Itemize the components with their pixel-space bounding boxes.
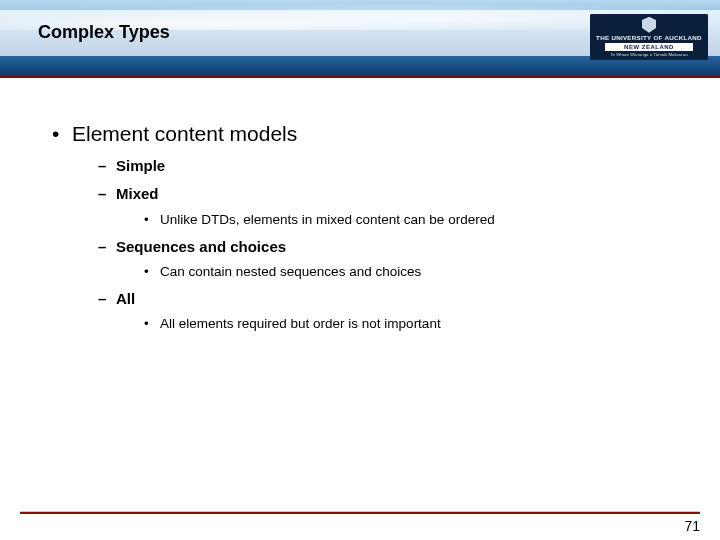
bullet-level2: Sequences and choices [98,237,668,257]
slide-title: Complex Types [38,22,170,43]
header-bar: Complex Types THE UNIVERSITY OF AUCKLAND… [0,0,720,76]
bullet-level3: Unlike DTDs, elements in mixed content c… [144,211,668,229]
bullet-level2: Simple [98,156,668,176]
bullet-level2: All [98,289,668,309]
bullet-level3: Can contain nested sequences and choices [144,263,668,281]
logo-maori: Te Whare Wānanga o Tāmaki Makaurau [610,53,687,57]
bullet-level3: All elements required but order is not i… [144,315,668,333]
bullet-level2: Mixed [98,184,668,204]
content-area: Element content models Simple Mixed Unli… [0,122,720,336]
logo-band: NEW ZEALAND [605,43,693,51]
bullet-level1: Element content models [52,122,668,146]
logo-line1: THE UNIVERSITY OF AUCKLAND [596,35,702,41]
page-number: 71 [684,518,700,534]
university-logo: THE UNIVERSITY OF AUCKLAND NEW ZEALAND T… [590,14,708,60]
crest-icon [642,17,656,33]
header-divider [0,76,720,78]
slide: { "header": { "title": "Complex Types", … [0,0,720,540]
footer-divider [20,511,700,514]
